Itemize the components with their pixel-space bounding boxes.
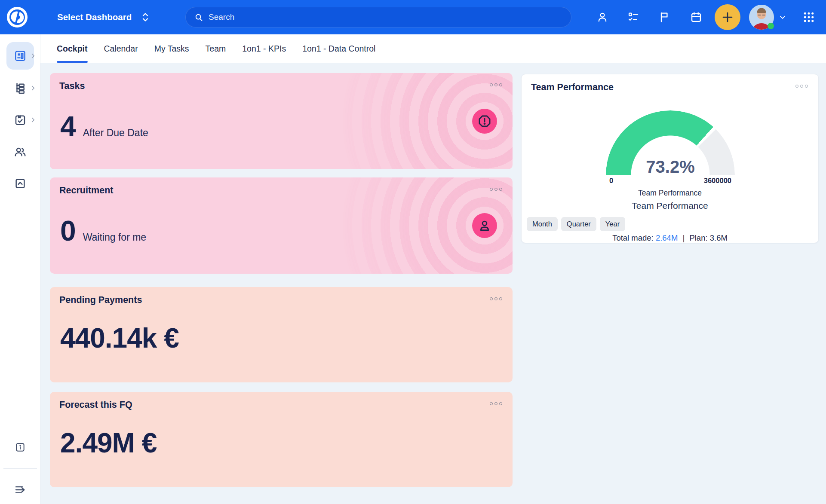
more-options-icon[interactable] [490, 188, 502, 191]
totals-separator: | [680, 233, 687, 242]
online-status-dot [768, 23, 774, 29]
recruitment-count: 0 [60, 215, 76, 247]
sidebar-item-archive[interactable] [0, 170, 40, 197]
sidebar-expand-button[interactable] [0, 476, 40, 504]
chevron-right-icon [30, 117, 36, 123]
dashboard-selector-label: Select Dashboard [57, 12, 132, 22]
sidebar-divider [3, 468, 37, 469]
gauge-chart: 73.2% [606, 110, 735, 175]
tasks-checklist-icon[interactable] [626, 0, 641, 34]
forecast-widget: Forecast this FQ 2.49M € [50, 392, 513, 487]
sidebar-item-dashboards[interactable] [0, 42, 40, 70]
tab-calendar[interactable]: Calendar [104, 34, 138, 63]
chart-title: Team Performance [522, 201, 818, 211]
search-icon [194, 13, 203, 22]
sidebar-item-people[interactable] [0, 138, 40, 165]
gauge-min-label: 0 [609, 177, 613, 185]
total-made-value-link[interactable]: 2.64M [656, 233, 678, 242]
search-input[interactable] [209, 12, 544, 22]
plus-icon [721, 11, 734, 24]
widget-title: Recruitment [59, 185, 113, 196]
expand-arrow-icon [14, 483, 27, 496]
tab-cockpit[interactable]: Cockpit [57, 34, 88, 63]
sidebar-item-checkins[interactable] [0, 106, 40, 134]
total-made-label: Total made: [612, 233, 654, 242]
chevron-right-icon [30, 53, 36, 59]
tab-my-tasks[interactable]: My Tasks [154, 34, 189, 63]
tasks-count-label: After Due Date [83, 127, 148, 139]
more-options-icon[interactable] [795, 85, 808, 88]
gauge-series-label: Team Performance [522, 189, 818, 198]
widget-title: Forecast this FQ [59, 400, 132, 410]
dashboard-content: Tasks 4 After Due Date Recruitment 0 Wai… [40, 63, 826, 504]
alert-badge [472, 109, 497, 134]
tab-team[interactable]: Team [206, 34, 226, 63]
candidate-badge [472, 213, 497, 238]
period-switcher: Month Quarter Year [527, 217, 625, 231]
tab-1on1-data-control[interactable]: 1on1 - Data Control [302, 34, 375, 63]
dashboard-selector[interactable]: Select Dashboard [57, 0, 150, 34]
period-quarter-button[interactable]: Quarter [561, 217, 596, 231]
add-new-button[interactable] [715, 4, 740, 30]
calendar-icon[interactable] [689, 0, 703, 34]
search-bar[interactable] [185, 7, 571, 27]
recruitment-count-label: Waiting for me [83, 232, 146, 243]
pending-payments-widget: Pending Payments 440.14k € [50, 287, 513, 382]
more-options-icon[interactable] [490, 297, 502, 300]
dashboard-tabs: Cockpit Calendar My Tasks Team 1on1 - KP… [40, 34, 826, 63]
app-logo-icon[interactable] [6, 6, 29, 29]
more-options-icon[interactable] [490, 83, 502, 86]
person-icon [478, 219, 491, 232]
gauge-axis-labels: 0 3600000 [606, 177, 735, 185]
tab-1on1-kpis[interactable]: 1on1 - KPIs [242, 34, 286, 63]
alert-octagon-icon [478, 114, 491, 128]
info-icon [15, 442, 26, 453]
left-sidebar [0, 34, 40, 504]
profile-icon[interactable] [595, 0, 610, 34]
app-window: Select Dashboard [0, 0, 826, 504]
period-month-button[interactable]: Month [527, 217, 558, 231]
apps-grid-icon[interactable] [801, 0, 816, 34]
gauge-value: 73.2% [606, 157, 735, 177]
box-chevron-up-icon [14, 177, 27, 190]
chevron-right-icon [30, 85, 36, 91]
clipboard-check-icon [14, 113, 27, 126]
top-bar: Select Dashboard [0, 0, 826, 34]
pending-payments-value: 440.14k € [60, 322, 179, 354]
tasks-widget: Tasks 4 After Due Date [50, 73, 513, 169]
totals-line: Total made: 2.64M | Plan: 3.6M [522, 233, 818, 243]
forecast-value: 2.49M € [60, 427, 157, 459]
tasks-count: 4 [60, 111, 76, 142]
select-chevrons-icon [141, 12, 150, 22]
users-icon [14, 145, 27, 158]
sidebar-item-structure[interactable] [0, 74, 40, 102]
avatar-chevron-down-icon[interactable] [777, 0, 789, 34]
plan-value: Plan: 3.6M [689, 233, 727, 242]
widget-title: Tasks [59, 81, 85, 92]
more-options-icon[interactable] [490, 402, 502, 405]
sidebar-item-info[interactable] [0, 434, 40, 461]
recruitment-widget: Recruitment 0 Waiting for me [50, 177, 513, 274]
flag-icon[interactable] [657, 0, 672, 34]
widget-title: Pending Payments [59, 295, 142, 305]
widget-title: Team Performance [531, 82, 614, 93]
team-performance-widget: Team Performance 73.2% 0 3600000 Team Pe… [521, 74, 819, 243]
period-year-button[interactable]: Year [600, 217, 625, 231]
hierarchy-icon [14, 82, 27, 95]
gauge-max-label: 3600000 [704, 177, 731, 185]
dashboard-icon [14, 49, 27, 62]
